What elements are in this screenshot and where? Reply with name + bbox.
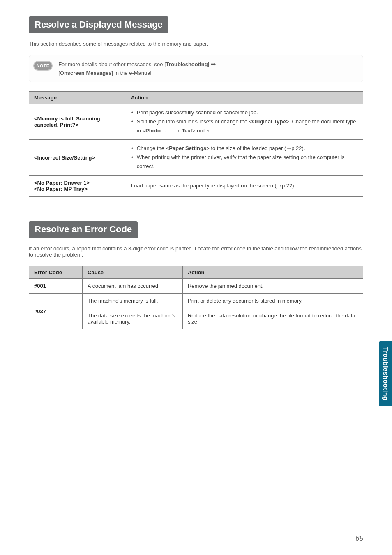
message-cell: <Memory is full. Scanning canceled. Prin… (29, 104, 126, 139)
message-cell: <Incorrect Size/Setting> (29, 139, 126, 175)
section-title-resolve-message: Resolve a Displayed Message (29, 16, 168, 33)
note-box: NOTE For more details about other messag… (29, 55, 363, 82)
table-header-row: Message Action (29, 91, 363, 104)
note-badge-icon: NOTE (33, 61, 53, 71)
side-tab-troubleshooting: Troubleshooting (379, 341, 392, 406)
note-f: ] in the e-Manual. (112, 70, 153, 76)
note-c: ] (208, 61, 211, 67)
action-cell: Change the <Paper Settings> to the size … (126, 139, 363, 175)
table-row: #037 The machine's memory is full. Print… (29, 294, 363, 308)
messages-table: Message Action <Memory is full. Scanning… (29, 91, 363, 197)
note-e: Onscreen Messages (60, 70, 112, 76)
error-codes-table: Error Code Cause Action #001 A document … (29, 266, 363, 329)
header-error-code: Error Code (29, 266, 83, 279)
note-text: For more details about other messages, s… (58, 60, 216, 78)
list-item-text: Print pages successfully scanned or canc… (137, 109, 258, 116)
table-row: #001 A document jam has occurred. Remove… (29, 279, 363, 294)
action-cell: Load paper same as the paper type displa… (126, 176, 363, 197)
note-b: Troubleshooting (166, 61, 208, 67)
header-message: Message (29, 91, 126, 104)
table-header-row: Error Code Cause Action (29, 266, 363, 279)
action-cell: Reduce the data resolution or change the… (182, 308, 363, 329)
action-cell: Print or delete any documents stored in … (182, 294, 363, 308)
cause-cell: The data size exceeds the machine's avai… (83, 308, 183, 329)
section1-intro: This section describes some of messages … (29, 41, 363, 47)
list-item: Print pages successfully scanned or canc… (131, 108, 358, 117)
table-row: <Incorrect Size/Setting> Change the <Pap… (29, 139, 363, 175)
note-a: For more details about other messages, s… (58, 61, 166, 67)
header-action: Action (182, 266, 363, 279)
cause-cell: The machine's memory is full. (83, 294, 183, 308)
action-cell: Print pages successfully scanned or canc… (126, 104, 363, 139)
arrow-icon: ➡ (211, 61, 216, 67)
page-number: 65 (355, 534, 363, 543)
list-item: Split the job into smaller subsets or ch… (131, 117, 358, 135)
message-cell: <No Paper: Drawer 1><No Paper: MP Tray> (29, 176, 126, 197)
table-row: <Memory is full. Scanning canceled. Prin… (29, 104, 363, 139)
list-item-text: When printing with the printer driver, v… (137, 154, 345, 169)
section2-intro: If an error occurs, a report that contai… (29, 245, 363, 258)
action-cell: Remove the jammed document. (182, 279, 363, 294)
section-title-resolve-error: Resolve an Error Code (29, 221, 138, 238)
error-code-cell: #037 (29, 294, 83, 329)
header-action: Action (126, 91, 363, 104)
cause-cell: A document jam has occurred. (83, 279, 183, 294)
error-code-cell: #001 (29, 279, 83, 294)
list-item: When printing with the printer driver, v… (131, 153, 358, 171)
header-cause: Cause (83, 266, 183, 279)
list-item: Change the <Paper Settings> to the size … (131, 144, 358, 153)
table-row: <No Paper: Drawer 1><No Paper: MP Tray> … (29, 176, 363, 197)
